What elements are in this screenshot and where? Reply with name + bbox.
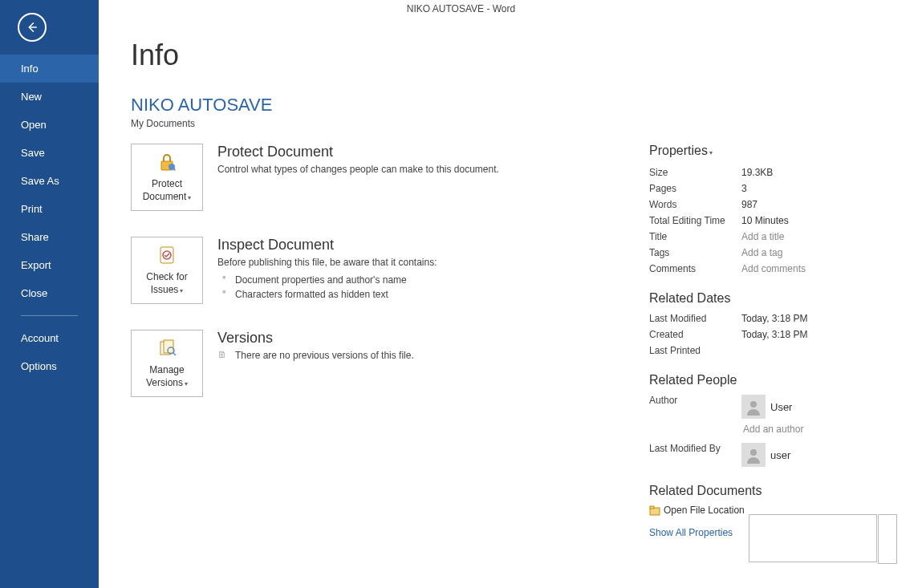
property-row: Pages3: [649, 180, 890, 197]
lock-icon: [156, 151, 178, 173]
protect-desc: Control what types of changes people can…: [217, 164, 499, 175]
inspect-list-item: Document properties and author's name: [217, 273, 437, 287]
avatar: [741, 443, 766, 467]
property-value[interactable]: Add comments: [741, 263, 806, 274]
author-person[interactable]: User: [741, 395, 803, 419]
nav-item-save[interactable]: Save: [0, 139, 99, 167]
nav-item-save-as[interactable]: Save As: [0, 167, 99, 195]
nav-item-close[interactable]: Close: [0, 279, 99, 307]
check-issues-button[interactable]: Check for Issues: [131, 237, 203, 304]
property-row: Total Editing Time10 Minutes: [649, 213, 890, 229]
overlay-box: [749, 514, 877, 562]
property-label: Title: [649, 231, 741, 242]
inspect-section: Check for Issues Inspect Document Before…: [131, 237, 601, 304]
manage-versions-button[interactable]: Manage Versions: [131, 330, 203, 397]
protect-section: Protect Document Protect Document Contro…: [131, 144, 601, 211]
versions-icon: [156, 337, 178, 359]
backstage-sidebar: InfoNewOpenSaveSave AsPrintShareExportCl…: [0, 0, 99, 588]
property-value[interactable]: Add a tag: [741, 247, 782, 258]
author-name: User: [770, 401, 792, 413]
document-path: My Documents: [131, 118, 890, 129]
page-title: Info: [131, 39, 890, 72]
property-label: Tags: [649, 247, 741, 258]
property-row: Words987: [649, 197, 890, 213]
check-icon: [156, 244, 178, 266]
nav-item-account[interactable]: Account: [0, 324, 99, 352]
lastmod-label: Last Modified By: [649, 443, 741, 467]
related-people-header: Related People: [649, 373, 890, 387]
properties-header[interactable]: Properties: [649, 144, 890, 158]
person-icon: [745, 398, 762, 416]
lastmod-name: user: [770, 449, 790, 461]
protect-document-button[interactable]: Protect Document: [131, 144, 203, 211]
protect-title: Protect Document: [217, 144, 499, 160]
avatar: [741, 395, 766, 419]
author-label: Author: [649, 395, 741, 435]
versions-section: Manage Versions Versions There are no pr…: [131, 330, 601, 397]
property-value[interactable]: Add a title: [741, 231, 784, 242]
property-label: Last Modified: [649, 313, 741, 324]
property-value: Today, 3:18 PM: [741, 329, 808, 340]
back-button[interactable]: [18, 13, 47, 42]
main-content: Info NIKO AUTOSAVE My Documents Protect …: [99, 0, 922, 588]
nav-item-print[interactable]: Print: [0, 195, 99, 223]
document-name: NIKO AUTOSAVE: [131, 95, 890, 116]
inspect-title: Inspect Document: [217, 237, 437, 253]
nav-list: InfoNewOpenSaveSave AsPrintShareExportCl…: [0, 55, 99, 380]
nav-item-open[interactable]: Open: [0, 111, 99, 139]
person-icon: [745, 446, 762, 464]
property-label: Comments: [649, 263, 741, 274]
property-row: CreatedToday, 3:18 PM: [649, 326, 890, 343]
nav-item-new[interactable]: New: [0, 83, 99, 111]
related-dates-header: Related Dates: [649, 291, 890, 306]
nav-item-export[interactable]: Export: [0, 251, 99, 279]
nav-item-share[interactable]: Share: [0, 223, 99, 251]
property-label: Last Printed: [649, 345, 741, 356]
inspect-list-item: Characters formatted as hidden text: [217, 287, 437, 302]
versions-button-label: Manage Versions: [146, 364, 185, 388]
property-row: Size19.3KB: [649, 164, 890, 180]
property-row: TagsAdd a tag: [649, 245, 890, 261]
property-value: 3: [741, 183, 747, 194]
nav-item-options[interactable]: Options: [0, 352, 99, 380]
inspect-desc: Before publishing this file, be aware th…: [217, 257, 437, 268]
property-label: Created: [649, 329, 741, 340]
protect-button-label: Protect Document: [143, 178, 187, 202]
property-row: Last Printed: [649, 343, 890, 359]
versions-desc: There are no previous versions of this f…: [217, 350, 414, 361]
property-value: 10 Minutes: [741, 215, 789, 226]
folder-icon: [649, 505, 660, 516]
property-row: TitleAdd a title: [649, 229, 890, 245]
nav-separator: [21, 315, 78, 316]
arrow-left-icon: [25, 20, 39, 34]
property-value: 19.3KB: [741, 167, 773, 178]
property-row: CommentsAdd comments: [649, 261, 890, 277]
add-author-field[interactable]: Add an author: [741, 424, 803, 435]
property-label: Words: [649, 199, 741, 210]
property-label: Pages: [649, 183, 741, 194]
lastmod-person[interactable]: user: [741, 443, 790, 467]
versions-title: Versions: [217, 330, 414, 347]
related-documents-header: Related Documents: [649, 484, 890, 498]
property-label: Size: [649, 167, 741, 178]
nav-item-info[interactable]: Info: [0, 55, 99, 83]
properties-panel: Properties Size19.3KBPages3Words987Total…: [649, 144, 890, 538]
property-label: Total Editing Time: [649, 215, 741, 226]
property-value: Today, 3:18 PM: [741, 313, 808, 324]
property-row: Last ModifiedToday, 3:18 PM: [649, 310, 890, 326]
property-value: 987: [741, 199, 758, 210]
inspect-list: Document properties and author's nameCha…: [217, 273, 437, 302]
